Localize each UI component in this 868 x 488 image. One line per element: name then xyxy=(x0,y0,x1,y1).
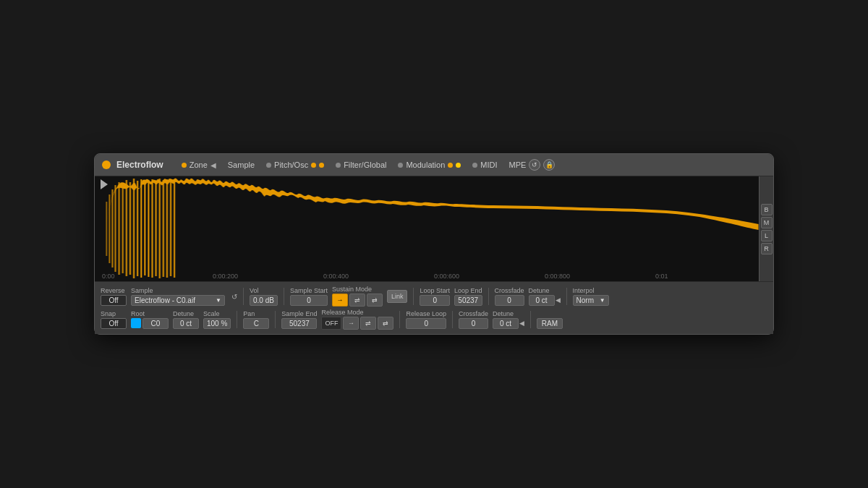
mod-dot3 xyxy=(456,163,461,168)
snap-value[interactable]: Off xyxy=(101,318,127,329)
controls-row-1: Reverse Off Sample Electroflow - C0.aif … xyxy=(101,285,767,308)
side-panel: B M L R xyxy=(759,176,773,281)
sample-end-label: Sample End xyxy=(281,311,317,317)
filter-dot xyxy=(336,163,341,168)
cycle-icon[interactable]: ↺ xyxy=(529,159,540,171)
root-value[interactable]: C0 xyxy=(142,318,169,329)
interp-group: Interpol Norm ▼ xyxy=(573,288,609,306)
waveform-display: /* bars drawn as SVG rects inline below … xyxy=(95,176,773,281)
lock-icon[interactable]: 🔒 xyxy=(543,159,555,171)
tab-mod-label: Modulation xyxy=(406,160,445,169)
pitch-dot3 xyxy=(319,163,324,168)
sustain-btn-forward[interactable]: → xyxy=(332,294,348,307)
release-btn-off[interactable]: OFF xyxy=(321,317,341,330)
interp-label: Interpol xyxy=(573,288,609,294)
divider-5 xyxy=(566,288,567,305)
release-btn-pingpong[interactable]: ⇄ xyxy=(378,317,393,330)
title-dot[interactable] xyxy=(102,160,111,169)
refresh-icon[interactable]: ↺ xyxy=(231,293,237,301)
crossfade-value[interactable]: 0 xyxy=(495,295,524,306)
ram-value[interactable]: RAM xyxy=(537,318,563,329)
side-btn-l[interactable]: L xyxy=(761,230,773,241)
tab-midi[interactable]: MIDI xyxy=(467,159,502,171)
divider-4 xyxy=(488,288,489,305)
interp-dropdown[interactable]: Norm ▼ xyxy=(573,295,609,306)
tab-sample[interactable]: Sample xyxy=(223,159,260,171)
pan-label: Pan xyxy=(243,311,269,317)
svg-rect-17 xyxy=(163,180,164,277)
loop-end-group: Loop End 50237 xyxy=(454,288,482,306)
crossfade-group: Crossfade 0 xyxy=(495,288,524,306)
tab-modulation[interactable]: Modulation xyxy=(393,159,466,171)
crossfade2-value[interactable]: 0 xyxy=(459,318,488,329)
detune-label: Detune xyxy=(529,288,561,294)
waveform-svg[interactable]: /* bars drawn as SVG rects inline below … xyxy=(95,176,773,281)
pitch-dot2 xyxy=(311,163,316,168)
reverse-label: Reverse xyxy=(101,288,127,294)
tab-pitch-label: Pitch/Osc xyxy=(274,160,308,169)
sample-start-value[interactable]: 0 xyxy=(290,295,328,306)
sample-label: Sample xyxy=(131,288,225,294)
crossfade2-label: Crossfade xyxy=(459,311,488,317)
mod-dot2 xyxy=(448,163,453,168)
loop-start-value[interactable]: 0 xyxy=(420,295,450,306)
svg-rect-3 xyxy=(111,189,113,267)
release-btn-forward[interactable]: → xyxy=(343,317,359,330)
svg-rect-2 xyxy=(109,194,110,263)
ram-label-empty xyxy=(537,311,563,317)
detune2-value[interactable]: 0 ct xyxy=(173,318,199,329)
tab-zone[interactable]: Zone ◀ xyxy=(176,159,221,171)
scale-value[interactable]: 100 % xyxy=(203,318,231,329)
sample-end-value[interactable]: 50237 xyxy=(281,318,317,329)
svg-rect-14 xyxy=(152,179,153,278)
divider-7 xyxy=(275,311,276,328)
detune-arrow[interactable]: ◀ xyxy=(556,296,561,304)
svg-rect-12 xyxy=(144,181,145,275)
release-loop-value[interactable]: 0 xyxy=(406,318,446,329)
detune-group: Detune 0 ct ◀ xyxy=(529,288,561,306)
detune-value[interactable]: 0 ct xyxy=(529,295,555,306)
detune3-label: Detune xyxy=(493,311,524,317)
tab-midi-label: MIDI xyxy=(480,160,497,169)
sustain-btn-loop[interactable]: ⇌ xyxy=(349,294,365,307)
release-btn-loop[interactable]: ⇌ xyxy=(360,317,376,330)
zone-dot xyxy=(182,163,187,168)
divider-9 xyxy=(452,311,453,328)
divider-10 xyxy=(530,311,531,328)
time-200: 0:00:200 xyxy=(213,273,323,280)
side-btn-b[interactable]: B xyxy=(761,204,773,215)
sustain-btn-pingpong[interactable]: ⇄ xyxy=(367,294,383,307)
vol-label: Vol xyxy=(250,288,278,294)
release-loop-group: Release Loop 0 xyxy=(406,311,446,329)
plugin-title: Electroflow xyxy=(116,160,163,170)
tab-mpe[interactable]: MPE ↺ 🔒 xyxy=(504,158,561,172)
svg-rect-5 xyxy=(119,182,120,275)
svg-rect-4 xyxy=(115,185,116,272)
pan-group: Pan C xyxy=(243,311,269,329)
detune3-arrow[interactable]: ◀ xyxy=(519,320,524,327)
sample-dropdown[interactable]: Electroflow - C0.aif ▼ xyxy=(131,295,225,306)
loop-end-value[interactable]: 50237 xyxy=(454,295,482,306)
pan-value[interactable]: C xyxy=(243,318,269,329)
release-mode-buttons: OFF → ⇌ ⇄ xyxy=(321,317,393,330)
title-bar: Electroflow Zone ◀ Sample Pitch/Osc xyxy=(95,154,773,176)
release-mode-group: Release Mode OFF → ⇌ ⇄ xyxy=(321,309,393,330)
link-button[interactable]: Link xyxy=(387,290,408,303)
time-ruler: 0:00 0:00:200 0:00:400 0:00:600 0:00:800… xyxy=(95,273,773,280)
side-btn-r[interactable]: R xyxy=(761,243,773,254)
svg-rect-7 xyxy=(126,180,127,276)
vol-group: Vol 0.0 dB xyxy=(250,288,278,306)
tab-sample-label: Sample xyxy=(228,160,255,169)
loop-start-label: Loop Start xyxy=(420,288,450,294)
side-btn-m[interactable]: M xyxy=(761,217,773,228)
detune3-value[interactable]: 0 ct xyxy=(493,318,519,329)
tab-pitch-osc[interactable]: Pitch/Osc xyxy=(261,159,329,171)
tab-zone-label: Zone xyxy=(190,160,208,169)
svg-rect-16 xyxy=(159,179,161,278)
snap-group: Snap Off xyxy=(101,311,127,329)
detune2-group: Detune 0 ct xyxy=(173,311,199,329)
tab-filter-global[interactable]: Filter/Global xyxy=(331,159,391,171)
interp-dropdown-arrow: ▼ xyxy=(600,297,605,304)
reverse-value[interactable]: Off xyxy=(101,295,127,306)
vol-value[interactable]: 0.0 dB xyxy=(250,295,278,306)
